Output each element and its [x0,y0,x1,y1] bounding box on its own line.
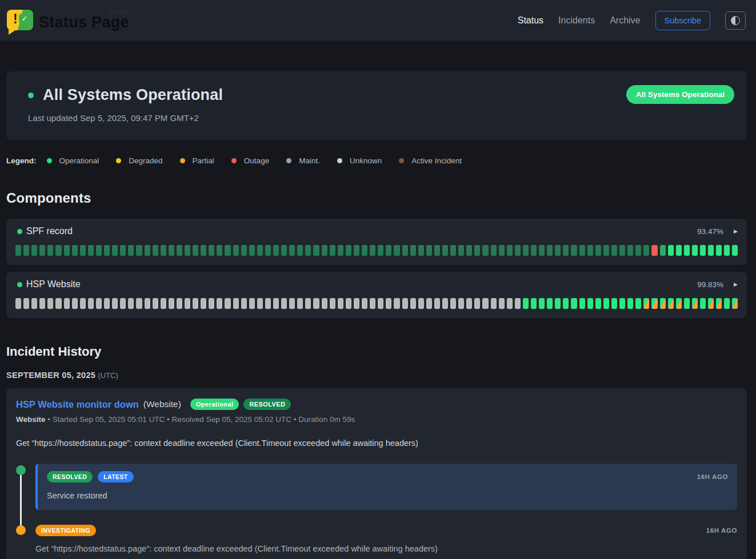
uptime-bar-operational[interactable] [700,245,706,256]
uptime-bar-operational_past[interactable] [571,245,577,256]
uptime-bar-operational_past[interactable] [426,245,432,256]
uptime-bar-unknown[interactable] [265,298,271,309]
uptime-bar-unknown[interactable] [104,298,110,309]
uptime-bar-partial_diag[interactable] [708,298,714,309]
uptime-bar-unknown[interactable] [458,298,464,309]
uptime-bar-operational_past[interactable] [273,245,279,256]
uptime-bar-partial_diag[interactable] [676,298,682,309]
uptime-bar-operational[interactable] [732,245,738,256]
uptime-bar-operational_past[interactable] [265,245,271,256]
uptime-bar-operational_past[interactable] [281,245,287,256]
uptime-bar-operational_past[interactable] [587,245,593,256]
uptime-bar-operational_past[interactable] [442,245,448,256]
uptime-bar-operational_past[interactable] [120,245,126,256]
uptime-bar-operational_past[interactable] [434,245,440,256]
uptime-bar-operational_past[interactable] [627,245,633,256]
uptime-bar-unknown[interactable] [410,298,416,309]
uptime-bar-operational[interactable] [563,298,569,309]
uptime-bar-unknown[interactable] [177,298,182,309]
uptime-bar-operational_past[interactable] [418,245,424,256]
uptime-bar-operational_past[interactable] [458,245,464,256]
uptime-bar-operational_past[interactable] [547,245,553,256]
uptime-bar-operational_past[interactable] [619,245,625,256]
uptime-bar-operational_past[interactable] [402,245,408,256]
uptime-bar-operational_past[interactable] [136,245,142,256]
uptime-bar-unknown[interactable] [47,298,53,309]
uptime-bar-unknown[interactable] [31,298,37,309]
uptime-bar-unknown[interactable] [434,298,440,309]
uptime-bar-unknown[interactable] [15,298,21,309]
uptime-bar-operational_past[interactable] [64,245,70,256]
uptime-bar-operational[interactable] [724,298,730,309]
uptime-bar-operational[interactable] [571,298,577,309]
uptime-bar-operational[interactable] [700,298,706,309]
uptime-bar-operational_past[interactable] [555,245,561,256]
uptime-bar-operational_past[interactable] [185,245,190,256]
uptime-bar-unknown[interactable] [386,298,391,309]
uptime-bar-operational_past[interactable] [338,245,343,256]
uptime-bar-unknown[interactable] [249,298,255,309]
uptime-bar-operational[interactable] [579,298,585,309]
incident-title-link[interactable]: HSP Website monitor down [16,399,139,410]
uptime-bar-unknown[interactable] [273,298,279,309]
brand[interactable]: ! ✓ hosted Status Page [7,9,129,33]
uptime-bar-operational[interactable] [619,298,625,309]
uptime-bar-unknown[interactable] [394,298,399,309]
uptime-bar-unknown[interactable] [346,298,351,309]
uptime-bar-operational_past[interactable] [499,245,505,256]
uptime-bar-operational_past[interactable] [346,245,351,256]
uptime-bar-outage[interactable] [651,245,657,256]
uptime-bar-operational_past[interactable] [491,245,497,256]
theme-toggle-button[interactable] [725,11,746,30]
uptime-bar-operational[interactable] [531,298,537,309]
uptime-bar-unknown[interactable] [362,298,367,309]
uptime-bar-operational_past[interactable] [55,245,61,256]
uptime-bar-operational_past[interactable] [72,245,78,256]
uptime-bar-operational[interactable] [611,298,617,309]
uptime-bar-unknown[interactable] [322,298,327,309]
component-header[interactable]: HSP Website99.83%▶ [15,279,738,289]
uptime-bar-partial_diag[interactable] [668,298,674,309]
uptime-bar-unknown[interactable] [64,298,70,309]
uptime-bar-operational_past[interactable] [330,245,335,256]
uptime-bar-unknown[interactable] [426,298,432,309]
uptime-bar-unknown[interactable] [120,298,126,309]
uptime-bar-operational_past[interactable] [531,245,537,256]
uptime-bar-partial_diag[interactable] [732,298,738,309]
uptime-bar-operational_past[interactable] [31,245,37,256]
expand-arrow-icon[interactable]: ▶ [734,281,738,287]
uptime-bar-unknown[interactable] [418,298,424,309]
uptime-bar-operational_past[interactable] [354,245,359,256]
uptime-bar-unknown[interactable] [466,298,472,309]
uptime-bar-unknown[interactable] [491,298,497,309]
uptime-bar-unknown[interactable] [305,298,311,309]
uptime-bar-operational_past[interactable] [217,245,222,256]
uptime-bar-operational_past[interactable] [225,245,230,256]
uptime-bar-operational[interactable] [555,298,561,309]
uptime-bar-unknown[interactable] [185,298,190,309]
uptime-bar-unknown[interactable] [313,298,319,309]
uptime-bar-partial_diag[interactable] [643,298,649,309]
uptime-bar-operational_past[interactable] [47,245,53,256]
uptime-bar-unknown[interactable] [169,298,174,309]
uptime-bar-unknown[interactable] [507,298,513,309]
uptime-bar-unknown[interactable] [193,298,198,309]
uptime-bar-operational_past[interactable] [386,245,391,256]
uptime-bar-operational_past[interactable] [482,245,488,256]
uptime-bar-operational_past[interactable] [322,245,327,256]
uptime-bar-unknown[interactable] [370,298,375,309]
uptime-bar-operational_past[interactable] [579,245,585,256]
uptime-bar-unknown[interactable] [289,298,295,309]
uptime-bar-unknown[interactable] [450,298,456,309]
uptime-bar-operational_mid[interactable] [660,245,666,256]
uptime-bar-operational_past[interactable] [378,245,383,256]
uptime-bar-operational_past[interactable] [169,245,174,256]
uptime-bar-operational_past[interactable] [153,245,158,256]
uptime-bar-operational[interactable] [547,298,553,309]
uptime-bar-unknown[interactable] [515,298,521,309]
uptime-bar-unknown[interactable] [201,298,206,309]
uptime-bar-unknown[interactable] [338,298,343,309]
uptime-bar-operational[interactable] [708,245,714,256]
uptime-bar-operational_past[interactable] [297,245,303,256]
nav-link-incidents[interactable]: Incidents [558,15,595,26]
